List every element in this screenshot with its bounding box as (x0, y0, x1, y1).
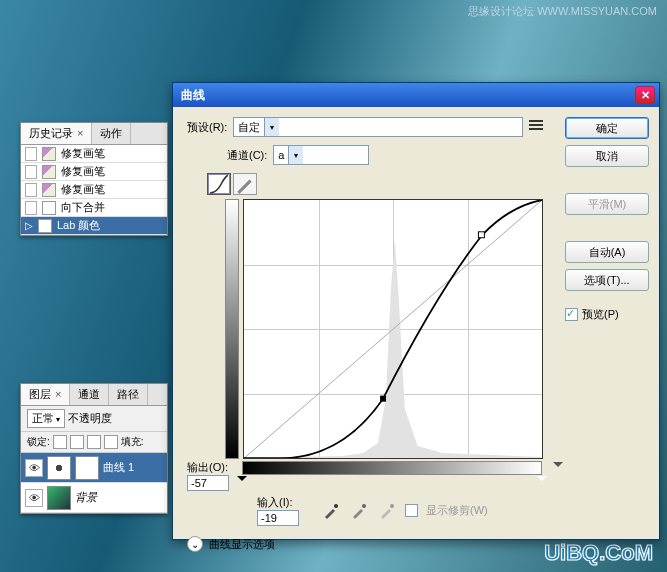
input-group: 输入(I): (257, 495, 313, 526)
tab-layers[interactable]: 图层× (21, 384, 70, 405)
output-input[interactable] (187, 475, 229, 491)
lock-all-icon[interactable] (104, 435, 118, 449)
tab-history[interactable]: 历史记录× (21, 123, 92, 144)
history-row[interactable]: 修复画笔 (21, 145, 167, 163)
lock-position-icon[interactable] (87, 435, 101, 449)
input-input[interactable] (257, 510, 299, 526)
dialog-title: 曲线 (181, 87, 205, 104)
output-group: 输出(O): (187, 460, 243, 491)
history-panel: 历史记录× 动作 修复画笔 修复画笔 修复画笔 向下合并 ▷Lab 颜色 (20, 122, 168, 236)
clip-toggle-icon[interactable] (553, 462, 563, 472)
svg-point-3 (334, 504, 338, 508)
layer-row-curves[interactable]: 👁 曲线 1 (21, 453, 167, 483)
svg-line-0 (244, 200, 542, 458)
history-row[interactable]: 向下合并 (21, 199, 167, 217)
visibility-icon[interactable]: 👁 (25, 459, 43, 477)
svg-point-5 (390, 504, 394, 508)
display-options-toggle[interactable]: ⌄ (187, 536, 203, 552)
layer-thumb (47, 486, 71, 510)
lock-label: 锁定: (27, 435, 50, 449)
show-clipping-label: 显示修剪(W) (426, 503, 488, 518)
history-row-current[interactable]: ▷Lab 颜色 (21, 217, 167, 235)
preset-select[interactable]: 自定▾ (233, 117, 523, 137)
blend-mode-select[interactable]: 正常▾ (27, 409, 65, 428)
healing-brush-icon (42, 165, 56, 179)
opacity-label: 不透明度 (68, 411, 112, 426)
preview-checkbox[interactable] (565, 308, 578, 321)
watermark-top: 思缘设计论坛 WWW.MISSYUAN.COM (468, 4, 657, 19)
lab-color-icon (38, 219, 52, 233)
curve-graph[interactable] (243, 199, 543, 459)
layer-mask-thumb[interactable] (75, 456, 99, 480)
tab-channels[interactable]: 通道 (70, 384, 109, 405)
merge-down-icon (42, 201, 56, 215)
white-eyedropper-icon[interactable] (377, 501, 397, 521)
show-clipping-checkbox[interactable] (405, 504, 418, 517)
svg-rect-2 (478, 232, 484, 238)
tab-paths[interactable]: 路径 (109, 384, 148, 405)
auto-button[interactable]: 自动(A) (565, 241, 649, 263)
smooth-button: 平滑(M) (565, 193, 649, 215)
layer-name: 背景 (75, 490, 97, 505)
display-options-label: 曲线显示选项 (209, 537, 275, 552)
channel-label: 通道(C): (227, 148, 267, 163)
watermark-bottom: UiBQ.CoM (544, 540, 653, 566)
cancel-button[interactable]: 取消 (565, 145, 649, 167)
healing-brush-icon (42, 183, 56, 197)
history-row[interactable]: 修复画笔 (21, 163, 167, 181)
white-point-slider[interactable] (537, 476, 547, 486)
history-row[interactable]: 修复画笔 (21, 181, 167, 199)
visibility-icon[interactable]: 👁 (25, 489, 43, 507)
input-gradient (242, 461, 542, 475)
preset-label: 预设(R): (187, 120, 227, 135)
ok-button[interactable]: 确定 (565, 117, 649, 139)
preset-menu-icon[interactable] (529, 120, 545, 134)
svg-point-4 (362, 504, 366, 508)
close-button[interactable]: ✕ (635, 86, 655, 104)
curve-tool-button[interactable] (207, 173, 231, 195)
layer-name: 曲线 1 (103, 460, 134, 475)
tab-actions[interactable]: 动作 (92, 123, 131, 144)
curves-adjustment-icon (47, 456, 71, 480)
gray-eyedropper-icon[interactable] (349, 501, 369, 521)
healing-brush-icon (42, 147, 56, 161)
black-eyedropper-icon[interactable] (321, 501, 341, 521)
pencil-tool-button[interactable] (233, 173, 257, 195)
channel-select[interactable]: a▾ (273, 145, 369, 165)
options-button[interactable]: 选项(T)... (565, 269, 649, 291)
fill-label: 填充: (121, 435, 144, 449)
curves-dialog: 曲线 ✕ 预设(R): 自定▾ 通道(C): a▾ (172, 82, 660, 540)
output-gradient (225, 199, 239, 459)
preview-label: 预览(P) (582, 307, 619, 322)
lock-transparent-icon[interactable] (53, 435, 67, 449)
layers-panel: 图层× 通道 路径 正常▾ 不透明度 锁定: 填充: 👁 曲线 1 👁 背景 (20, 383, 168, 514)
titlebar[interactable]: 曲线 ✕ (173, 83, 659, 107)
lock-image-icon[interactable] (70, 435, 84, 449)
layer-row-background[interactable]: 👁 背景 (21, 483, 167, 513)
svg-rect-1 (380, 396, 386, 402)
